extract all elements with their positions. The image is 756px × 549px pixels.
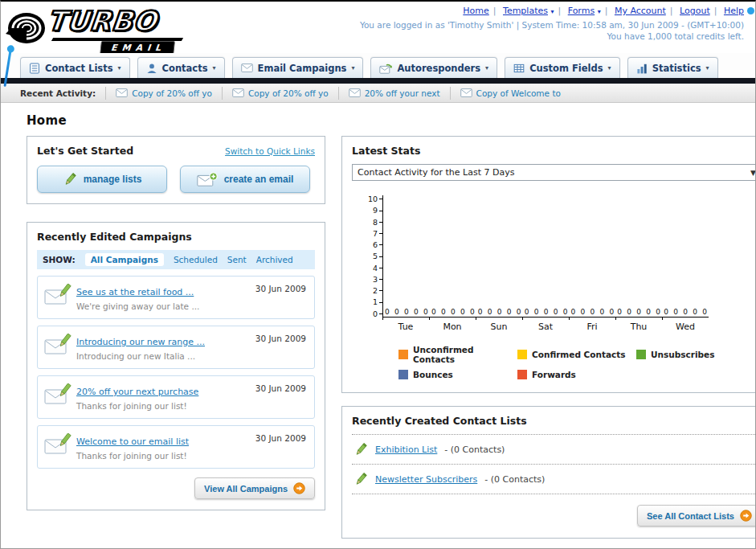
arrow-circle-icon	[740, 510, 752, 522]
campaign-title-link[interactable]: Introducing our new range ...	[76, 337, 205, 347]
campaign-title-link[interactable]: 20% off your next purchase	[76, 387, 198, 397]
filter-archived[interactable]: Archived	[256, 255, 293, 264]
bar-value-label: 0	[570, 308, 575, 316]
recent-activity-bar: Recent Activity: Copy of 20% off yo Copy…	[1, 84, 755, 103]
top-link-logout[interactable]: Logout	[680, 6, 710, 16]
legend-item: Confirmed Contacts	[517, 345, 636, 364]
recent-activity-item[interactable]: 20% off your next	[338, 87, 450, 100]
legend-swatch	[517, 370, 527, 379]
top-link-templates[interactable]: Templates	[503, 6, 548, 16]
bar-value-label: 0	[394, 308, 399, 316]
see-all-contact-lists-button[interactable]: See All Contact Lists	[637, 505, 756, 526]
chevron-down-icon: ▾	[118, 64, 121, 72]
manage-lists-button[interactable]: manage lists	[37, 166, 167, 193]
bar-value-label: 0	[636, 308, 641, 316]
top-link-my-account[interactable]: My Account	[615, 6, 666, 16]
chevron-down-icon: ▾	[213, 64, 216, 72]
login-status-text: You are logged in as 'Timothy Smith' | S…	[360, 20, 744, 30]
recent-activity-item[interactable]: Copy of 20% off yo	[105, 87, 222, 100]
chart-plot: 00000000000000000000000000000000000	[382, 195, 709, 318]
bar-value-label: 0	[563, 308, 568, 316]
bar-value-label: 0	[627, 308, 631, 316]
campaign-list-item[interactable]: See us at the retail food ... We're givi…	[37, 276, 315, 319]
chevron-down-icon: ▾	[550, 8, 554, 15]
contact-list-item[interactable]: Exhibition List - (0 Contacts)	[352, 435, 756, 465]
switch-quick-links-link[interactable]: Switch to Quick Links	[225, 146, 315, 156]
legend-swatch	[636, 350, 646, 359]
filter-scheduled[interactable]: Scheduled	[174, 255, 218, 264]
recent-contact-lists-title: Recently Created Contact Lists	[352, 415, 756, 435]
filter-all-campaigns[interactable]: All Campaigns	[85, 253, 164, 266]
chevron-down-icon: ▾	[485, 64, 488, 72]
envelope-icon	[241, 64, 253, 72]
top-link-forms[interactable]: Forms	[568, 6, 595, 16]
recent-campaigns-panel: Recently Edited Campaigns SHOW: All Camp…	[27, 222, 325, 510]
bar-value-label: 0	[599, 308, 604, 316]
bar-value-label: 0	[478, 308, 483, 316]
top-link-home[interactable]: Home	[463, 6, 488, 16]
chevron-down-icon: ▾	[608, 64, 611, 72]
contact-list-link[interactable]: Exhibition List	[375, 445, 437, 455]
page-title: Home	[27, 113, 755, 128]
envelope-pencil-icon	[44, 334, 72, 355]
envelope-plus-icon	[197, 172, 218, 186]
campaign-date: 30 Jun 2009	[255, 334, 306, 343]
contact-list-link[interactable]: Newsletter Subscribers	[375, 474, 477, 485]
bar-value-label: 0	[414, 308, 419, 316]
bar-value-label: 0	[590, 308, 595, 316]
bar-value-label: 0	[460, 308, 465, 316]
main-nav: Contact Lists▾ Contacts▾ Email Campaigns…	[1, 53, 755, 78]
swirl-logo-icon	[6, 8, 49, 47]
bar-value-label: 0	[580, 308, 585, 316]
tab-autoresponders[interactable]: Autoresponders▾	[370, 57, 497, 78]
bar-value-label: 0	[646, 308, 651, 316]
legend-item: Bounces	[398, 370, 517, 379]
bar-group: 00000	[615, 195, 662, 317]
bar-value-label: 0	[693, 308, 697, 316]
campaign-list-item[interactable]: 20% off your next purchase Thanks for jo…	[37, 375, 315, 419]
campaign-date: 30 Jun 2009	[255, 383, 306, 393]
tab-statistics[interactable]: Statistics▾	[627, 57, 718, 78]
campaign-title-link[interactable]: Welcome to our email list	[76, 436, 189, 447]
tab-contacts[interactable]: Contacts▾	[137, 57, 225, 78]
show-label: SHOW:	[43, 255, 76, 264]
filter-sent[interactable]: Sent	[227, 255, 247, 264]
tab-custom-fields[interactable]: Custom Fields▾	[505, 57, 620, 78]
bar-value-label: 0	[656, 308, 660, 316]
campaign-list-item[interactable]: Introducing our new range ... Introducin…	[37, 326, 315, 369]
contact-list-count: - (0 Contacts)	[484, 474, 545, 485]
recent-activity-item[interactable]: Copy of 20% off yo	[222, 87, 338, 100]
header: TURBO EMAIL Home| Templates ▾| Forms ▾| …	[1, 2, 755, 53]
chart-y-axis: 109876543210	[363, 195, 382, 318]
bar-value-label: 0	[702, 308, 707, 316]
contact-list-item[interactable]: Newsletter Subscribers - (0 Contacts)	[352, 465, 756, 494]
campaign-subtitle: Introducing our new Italia ...	[76, 351, 308, 361]
legend-swatch	[398, 350, 408, 359]
recent-activity-item[interactable]: Copy of Welcome to	[450, 87, 570, 100]
chart-x-labels: TueMonSunSatFriThuWed	[382, 318, 709, 332]
stats-period-value: Contact Activity for the Last 7 Days	[358, 167, 514, 178]
bar-value-label: 0	[488, 308, 492, 316]
envelope-pencil-icon	[44, 284, 72, 305]
campaign-list-item[interactable]: Welcome to our email list Thanks for joi…	[37, 425, 315, 469]
bar-value-label: 0	[673, 308, 678, 316]
get-started-title: Let's Get Started	[37, 145, 133, 157]
logo-text-primary: TURBO	[46, 5, 159, 37]
top-link-help[interactable]: Help	[724, 6, 744, 16]
campaign-subtitle: We're giving away our late ...	[76, 301, 308, 311]
view-all-campaigns-button[interactable]: View All Campaigns	[194, 477, 315, 499]
stats-period-dropdown[interactable]: Contact Activity for the Last 7 Days ▼	[352, 164, 756, 181]
tab-email-campaigns[interactable]: Email Campaigns▾	[232, 57, 364, 78]
latest-stats-panel: Latest Stats Contact Activity for the La…	[341, 136, 756, 393]
bar-value-label: 0	[431, 308, 436, 316]
campaign-title-link[interactable]: See us at the retail food ...	[76, 287, 194, 297]
legend-swatch	[398, 370, 408, 379]
contact-activity-chart: 109876543210 000000000000000000000000000…	[352, 195, 756, 379]
blue-dot-decoration	[747, 7, 754, 14]
create-email-button[interactable]: create an email	[180, 166, 310, 193]
tab-contact-lists[interactable]: Contact Lists▾	[20, 57, 130, 78]
bar-group: 00000	[569, 195, 615, 317]
latest-stats-title: Latest Stats	[352, 145, 756, 157]
pencil-icon	[63, 172, 77, 186]
bar-group: 00000	[662, 195, 709, 317]
